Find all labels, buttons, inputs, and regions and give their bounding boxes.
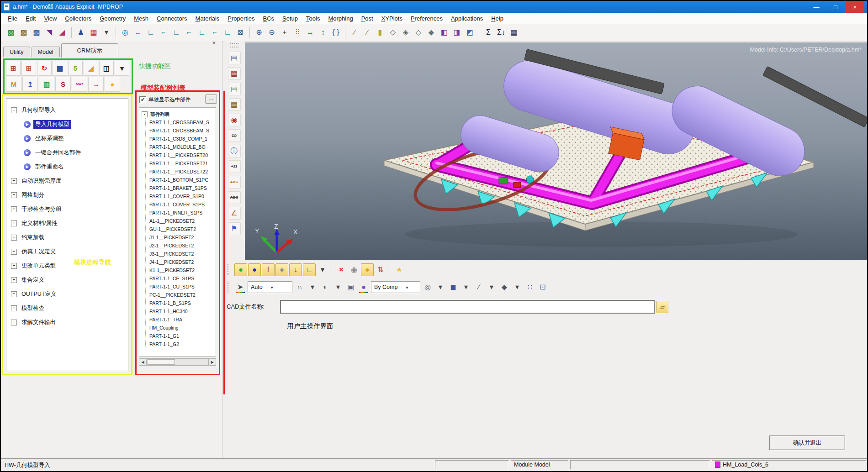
new-model-icon[interactable]: ▩ <box>5 26 17 38</box>
abc-strike-icon[interactable]: ABC <box>228 191 241 204</box>
folder-comps-green-icon[interactable]: ● <box>234 263 247 276</box>
browse-file-icon[interactable]: ▱ <box>656 301 668 313</box>
info-icon[interactable]: ⓘ <box>228 145 241 157</box>
module-tree-section[interactable]: + OUTPUT定义 <box>11 287 125 301</box>
view-bottom-icon[interactable]: ⌐ <box>183 26 195 38</box>
hm-panel-icon[interactable]: ⊞ <box>6 61 21 76</box>
page-template-icon[interactable]: ▤ <box>228 98 241 111</box>
m-tool-icon[interactable]: M <box>6 77 21 92</box>
part-list-item[interactable]: PART-1-1_BOTTOM_S1PC <box>149 176 215 184</box>
numbers-icon[interactable]: +23 <box>228 160 241 173</box>
separator[interactable] <box>345 27 345 38</box>
folder-mask-icon[interactable]: ● <box>275 263 288 276</box>
collapse-icon[interactable]: - <box>11 107 17 113</box>
binoculars-icon[interactable]: ∞ <box>228 129 241 142</box>
expand-icon[interactable]: + <box>11 263 17 269</box>
menu-item[interactable]: Collectors <box>61 14 95 23</box>
zoom-out-icon[interactable]: ⊖ <box>266 26 278 38</box>
fit-view-icon[interactable]: + <box>279 26 291 38</box>
part-list-item[interactable]: PART-1-1_CROSSBEAM_S <box>149 118 215 126</box>
axes-box-icon[interactable]: ⊠ <box>234 26 246 38</box>
part-list-item[interactable]: PART-1-1_HC340 <box>149 307 215 315</box>
module-tree-section[interactable]: + 仿真工况定义 <box>11 245 125 259</box>
separator[interactable] <box>332 264 332 275</box>
module-tree-item[interactable]: ▶ 一键合并同名部件 <box>24 146 125 160</box>
caret-down-icon[interactable]: ▾ <box>332 281 344 293</box>
menu-item[interactable]: File <box>4 14 21 23</box>
solid-left-icon[interactable]: ◧ <box>438 26 450 38</box>
module-tree-section[interactable]: + 自动识别壳厚度 <box>11 174 125 188</box>
part-list-item[interactable]: PART-1-1_MOLDULE_BO <box>149 143 215 151</box>
caret-down-icon[interactable]: ▾ <box>511 281 523 293</box>
tile-windows-icon[interactable]: ∷ <box>524 281 536 293</box>
menu-item[interactable]: Materials <box>191 14 224 23</box>
caret-down-icon[interactable]: ▾ <box>101 26 112 38</box>
poly-penta-icon[interactable]: ◇ <box>413 26 424 38</box>
io-toggle-icon[interactable]: ◫ <box>99 61 114 76</box>
zoom-in-icon[interactable]: ⊕ <box>253 26 265 38</box>
folder-measure-icon[interactable]: I <box>262 263 275 276</box>
module-tree-section[interactable]: + 干涉检查与分组 <box>11 202 125 216</box>
caret-down-icon[interactable]: ▾ <box>434 281 446 293</box>
menu-item[interactable]: Edit <box>21 14 40 23</box>
hm-panel-alt-icon[interactable]: ⊞ <box>21 61 36 76</box>
contact-spheres-icon[interactable]: ◉ <box>228 114 241 126</box>
menu-item[interactable]: BCs <box>259 14 279 23</box>
translate-icon[interactable]: ↔ <box>304 26 316 38</box>
table-grid-icon[interactable]: ▦ <box>53 61 67 76</box>
part-list-item[interactable]: PART-1-1_B_S1PS <box>149 299 215 307</box>
menu-item[interactable]: Connectors <box>153 14 191 23</box>
part-list-item[interactable]: PART-1-1_COVER_S1PS <box>149 200 215 209</box>
module-tree-root[interactable]: - 几何模型导入 <box>11 103 125 117</box>
collapse-icon[interactable]: - <box>142 111 148 117</box>
expand-icon[interactable]: + <box>11 235 17 241</box>
part-list-item[interactable]: PART-1-1__PICKEDSET21 <box>149 159 215 168</box>
scroll-right-icon[interactable]: ▶ <box>208 359 216 365</box>
module-tree-section[interactable]: + 约束加载 <box>11 231 125 245</box>
module-tree-section[interactable]: + 集合定义 <box>11 273 125 287</box>
menu-item[interactable]: Mesh <box>130 14 153 23</box>
refresh-icon[interactable]: ↻ <box>37 61 52 76</box>
part-list-item[interactable]: PART-1-1_COVER_S1P0 <box>149 192 215 200</box>
export-solver-icon[interactable]: ◢ <box>56 26 68 38</box>
close-button[interactable]: × <box>845 1 864 13</box>
part-list-item[interactable]: PC-1__PICKEDSET2 <box>149 291 215 299</box>
separator[interactable] <box>116 27 116 38</box>
minimize-button[interactable]: — <box>807 1 826 13</box>
zoom-window-icon[interactable]: ◎ <box>119 26 131 38</box>
view-left-icon[interactable]: ∟ <box>145 26 157 38</box>
layer-diamond-icon[interactable]: ◆ <box>498 281 510 293</box>
distance-icon[interactable]: ∕ <box>349 26 360 38</box>
page-report-icon[interactable]: ▤ <box>228 67 241 80</box>
menu-item[interactable]: View <box>40 14 61 23</box>
horizontal-scrollbar[interactable]: ◀ ▶ <box>139 358 216 366</box>
s-tool-icon[interactable]: S <box>55 77 71 92</box>
expand-icon[interactable]: + <box>11 320 17 325</box>
sum-select-icon[interactable]: Σ↓ <box>495 26 507 38</box>
me-arrow-icon[interactable]: → <box>88 77 104 92</box>
expand-icon[interactable]: + <box>11 192 17 198</box>
module-tree-item[interactable]: ▶ 坐标系调整 <box>24 131 125 146</box>
user-profile-icon[interactable]: ♟ <box>75 26 87 38</box>
part-list-item[interactable]: J1-1__PICKEDSET2 <box>149 233 215 241</box>
caret-down-icon[interactable]: ▾ <box>317 264 328 276</box>
view-right-icon[interactable]: ⌐ <box>158 26 169 38</box>
poly-solid-icon[interactable]: ◆ <box>425 26 437 38</box>
weld-icon[interactable]: ▮ <box>374 26 386 38</box>
part-list-item[interactable]: K1-1__PICKEDSET2 <box>149 266 215 274</box>
shaded-mode-icon[interactable]: ◐ <box>319 281 331 293</box>
folder-angle-icon[interactable]: ∟ <box>303 263 316 276</box>
cad-filename-input[interactable] <box>280 300 655 314</box>
page-summary-icon[interactable]: ▤ <box>228 52 241 64</box>
part-list-item[interactable]: PART-1-1_G2 <box>149 340 215 348</box>
flag-icon[interactable]: ⚑ <box>228 222 241 235</box>
page-slide-icon[interactable]: ▤ <box>228 83 241 95</box>
view-top-icon[interactable]: ∟ <box>170 26 182 38</box>
module-tree-item[interactable]: ▶ 导入几何模型 <box>24 117 125 131</box>
panel-tab[interactable]: CRM演示 <box>61 43 119 58</box>
import-solver-icon[interactable]: ◥ <box>43 26 55 38</box>
favorite-icon[interactable]: ★ <box>393 264 405 276</box>
vertical-icon[interactable]: ↕ <box>317 26 329 38</box>
module-tree-section[interactable]: + 网格划分 <box>11 188 125 202</box>
separator[interactable] <box>249 27 250 38</box>
